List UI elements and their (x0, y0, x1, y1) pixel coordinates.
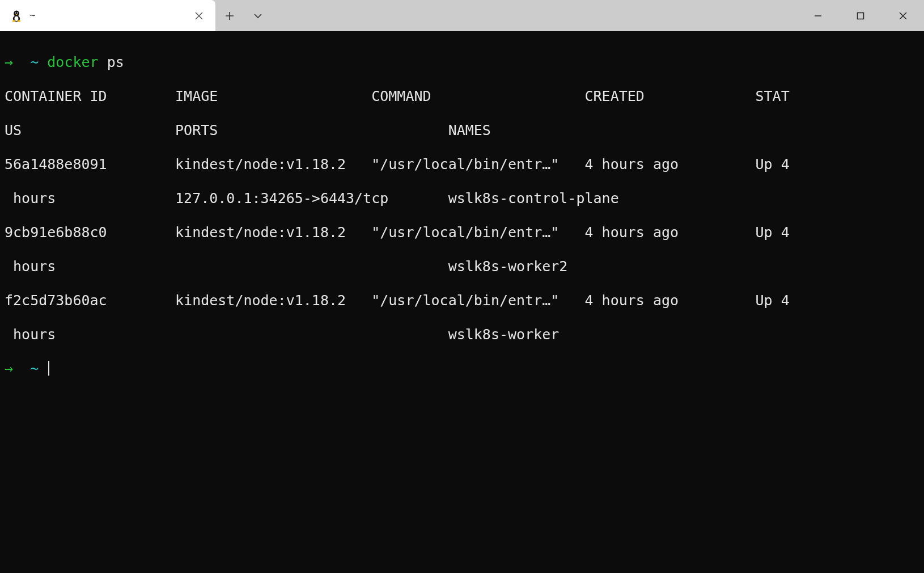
minimize-button[interactable] (796, 0, 839, 31)
tab-dropdown-button[interactable] (244, 0, 272, 31)
titlebar-spacer (272, 0, 796, 31)
output-header-1: CONTAINER ID IMAGE COMMAND CREATED STAT (5, 88, 919, 105)
cursor (48, 361, 49, 376)
tux-icon (10, 10, 23, 22)
svg-point-5 (15, 12, 16, 13)
output-row: 56a1488e8091 kindest/node:v1.18.2 "/usr/… (5, 156, 919, 173)
output-row: 9cb91e6b88c0 kindest/node:v1.18.2 "/usr/… (5, 224, 919, 241)
terminal-viewport[interactable]: → ~ docker ps CONTAINER ID IMAGE COMMAND… (0, 31, 924, 573)
output-header-2: US PORTS NAMES (5, 122, 919, 139)
svg-point-2 (15, 16, 19, 20)
svg-point-8 (18, 20, 21, 22)
svg-point-6 (17, 12, 18, 13)
tab-title: ~ (29, 10, 184, 22)
terminal-tab[interactable]: ~ (0, 0, 215, 31)
window-controls (796, 0, 924, 31)
output-row: hours 127.0.0.1:34265->6443/tcp wslk8s-c… (5, 190, 919, 207)
maximize-button[interactable] (839, 0, 881, 31)
output-row: f2c5d73b60ac kindest/node:v1.18.2 "/usr/… (5, 292, 919, 309)
titlebar: ~ (0, 0, 924, 31)
output-row: hours wslk8s-worker (5, 326, 919, 343)
prompt-arrow: → (5, 360, 13, 377)
prompt-line-empty: → ~ (5, 360, 919, 377)
output-row: hours wslk8s-worker2 (5, 258, 919, 275)
prompt-cwd: ~ (30, 360, 39, 377)
prompt-arrow: → (5, 54, 13, 70)
command-name: docker (47, 54, 98, 70)
svg-point-7 (12, 20, 16, 22)
prompt-cwd: ~ (30, 54, 39, 70)
new-tab-button[interactable] (215, 0, 244, 31)
tab-close-button[interactable] (190, 7, 207, 24)
close-window-button[interactable] (881, 0, 924, 31)
command-args: ps (107, 54, 124, 70)
svg-rect-9 (857, 12, 863, 19)
prompt-line: → ~ docker ps (5, 54, 919, 71)
